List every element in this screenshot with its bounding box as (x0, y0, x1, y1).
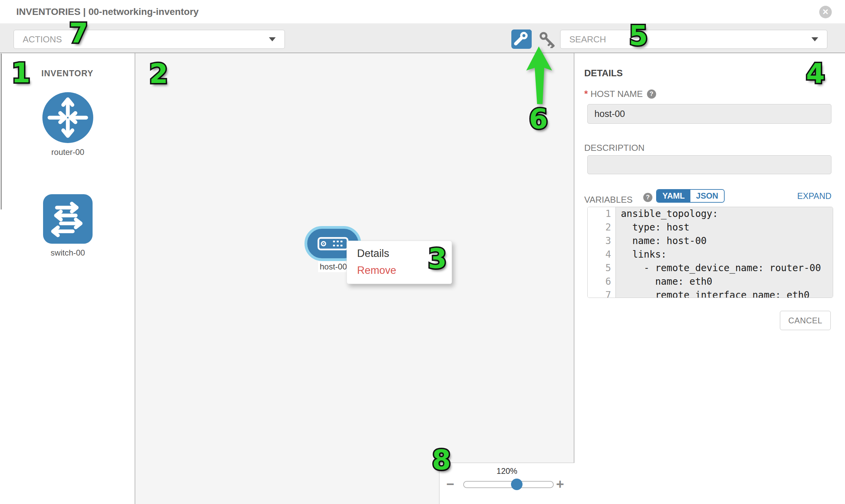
chevron-down-icon (811, 37, 818, 41)
line-code: - remote_device_name: router-00 (616, 261, 833, 275)
wrench-icon (511, 30, 532, 49)
actions-dropdown-label: ACTIONS (23, 34, 62, 45)
palette-item-router[interactable]: router-00 (42, 92, 93, 157)
context-menu: Details Remove (347, 241, 452, 284)
search-dropdown-label: SEARCH (569, 34, 606, 45)
line-number: 7 (588, 288, 616, 298)
inventory-sidebar: INVENTORY router-00 (0, 53, 135, 504)
zoom-out-button[interactable]: − (446, 477, 454, 491)
inventory-heading: INVENTORY (41, 69, 93, 78)
menu-item-remove[interactable]: Remove (347, 262, 452, 279)
host-name-label-row: * HOST NAME ? (584, 89, 656, 99)
help-icon[interactable]: ? (643, 193, 652, 202)
description-input[interactable] (587, 155, 831, 174)
host-name-label: HOST NAME (591, 89, 643, 99)
required-mark: * (584, 89, 588, 99)
zoom-level-label: 120% (439, 466, 575, 476)
menu-item-details[interactable]: Details (347, 245, 452, 262)
line-number: 4 (588, 248, 616, 261)
help-icon[interactable]: ? (647, 89, 656, 98)
zoom-control: 120% − + (439, 463, 575, 504)
palette-item-label: switch-00 (43, 248, 92, 257)
close-icon: ✕ (822, 7, 829, 16)
zoom-slider-handle[interactable] (511, 479, 523, 490)
code-line: 6 name: eth0 (588, 275, 833, 288)
line-code: remote_interface_name: eth0 (616, 288, 833, 298)
switch-icon (43, 194, 92, 244)
chevron-down-icon (269, 37, 276, 41)
code-line: 2 type: host (588, 221, 833, 234)
zoom-slider[interactable] (463, 481, 554, 488)
json-toggle-button[interactable]: JSON (690, 190, 724, 202)
line-number: 6 (588, 275, 616, 288)
node-label: host-00 (318, 261, 349, 272)
line-number: 1 (588, 207, 616, 221)
sidebar-edge-line (1, 54, 2, 210)
line-number: 2 (588, 221, 616, 234)
cancel-button[interactable]: CANCEL (780, 311, 831, 330)
expand-link[interactable]: EXPAND (797, 191, 831, 201)
inventories-topology-window: INVENTORIES | 00-networking-inventory ✕ … (0, 0, 845, 504)
line-number: 3 (588, 234, 616, 248)
topology-canvas[interactable]: host-00 Details Remove 120% − + (135, 53, 575, 504)
router-icon (42, 92, 93, 143)
palette-item-label: router-00 (42, 147, 93, 157)
details-panel: DETAILS * HOST NAME ? DESCRIPTION VARIAB… (575, 53, 845, 504)
toolbox-button[interactable] (511, 30, 532, 49)
code-line: 1 ansible_topology: (588, 207, 833, 221)
host-name-input[interactable] (587, 104, 831, 124)
details-heading: DETAILS (584, 68, 623, 79)
code-line: 5 - remote_device_name: router-00 (588, 261, 833, 275)
code-line: 7 remote_interface_name: eth0 (588, 288, 833, 298)
variables-code-editor[interactable]: 1 ansible_topology: 2 type: host 3 name:… (587, 207, 833, 298)
description-label: DESCRIPTION (584, 143, 645, 153)
line-number: 5 (588, 261, 616, 275)
line-code: ansible_topology: (616, 207, 833, 221)
line-code: name: eth0 (616, 275, 833, 288)
page-title: INVENTORIES | 00-networking-inventory (16, 0, 199, 24)
actions-dropdown[interactable]: ACTIONS (14, 30, 285, 49)
zoom-in-button[interactable]: + (556, 477, 564, 491)
line-code: type: host (616, 221, 833, 234)
code-line: 4 links: (588, 248, 833, 261)
variables-label: VARIABLES (584, 195, 633, 205)
toolbar: ACTIONS SEARCH (0, 24, 845, 53)
window-header: INVENTORIES | 00-networking-inventory ✕ (0, 0, 845, 24)
code-line: 3 name: host-00 (588, 234, 833, 248)
line-code: name: host-00 (616, 234, 833, 248)
variables-format-toggle: YAML JSON (656, 189, 725, 203)
yaml-toggle-button[interactable]: YAML (657, 190, 690, 202)
host-server-icon (317, 237, 349, 251)
palette-item-switch[interactable]: switch-00 (43, 194, 92, 257)
search-dropdown[interactable]: SEARCH (560, 30, 827, 49)
line-code: links: (616, 248, 833, 261)
key-icon[interactable] (539, 31, 558, 48)
close-button[interactable]: ✕ (819, 6, 832, 18)
